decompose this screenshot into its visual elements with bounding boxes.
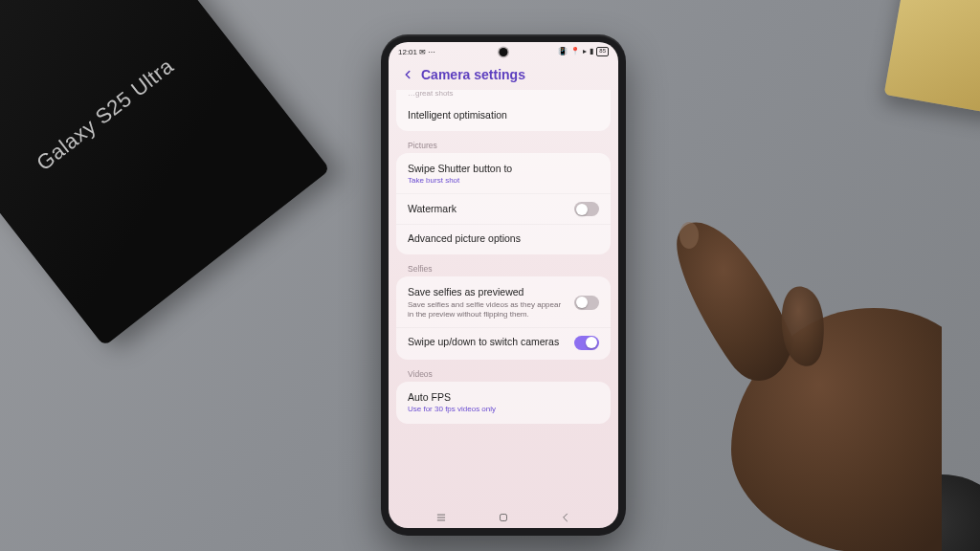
label-auto-fps: Auto FPS [408,391,599,404]
card-pictures: Swipe Shutter button to Take burst shot … [396,153,611,254]
back-button[interactable] [400,67,415,82]
location-icon: 📍 [570,47,580,55]
toggle-swipe-switch[interactable] [574,336,599,350]
row-watermark[interactable]: Watermark [396,193,611,224]
chevron-left-icon [401,68,414,81]
nav-recents[interactable] [428,511,455,524]
label-advanced-picture: Advanced picture options [408,232,599,245]
wifi-icon: ▸ [583,47,587,55]
section-pictures-label: Pictures [396,137,611,153]
nav-home[interactable] [490,511,517,524]
settings-content[interactable]: …great shots Intelligent optimisation Pi… [389,90,618,507]
phone-frame: 12:01 ✉ ⋯ 📳 📍 ▸ ▮ 85 Camera settings …gr… [381,34,626,536]
truncated-row-hint: …great shots [396,90,611,101]
phone-screen: 12:01 ✉ ⋯ 📳 📍 ▸ ▮ 85 Camera settings …gr… [389,42,618,528]
svg-point-4 [679,222,699,249]
nav-back[interactable] [552,511,579,524]
recents-icon [434,511,448,524]
status-notif-icons: ✉ ⋯ [419,48,435,56]
label-swipe-switch: Swipe up/down to switch cameras [408,336,567,348]
product-box: Galaxy S25 Ultra [0,0,330,346]
row-swipe-shutter[interactable]: Swipe Shutter button to Take burst shot [396,155,611,193]
row-swipe-switch-cameras[interactable]: Swipe up/down to switch cameras [396,327,611,358]
row-save-selfies-previewed[interactable]: Save selfies as previewed Save selfies a… [396,278,611,326]
battery-icon: 85 [596,47,609,56]
label-swipe-shutter: Swipe Shutter button to [408,163,599,175]
row-auto-fps[interactable]: Auto FPS Use for 30 fps videos only [396,384,611,422]
card-general: …great shots Intelligent optimisation [396,90,611,131]
prop-bottom-right [875,474,980,551]
product-box-label: Galaxy S25 Ultra [32,54,178,176]
label-watermark: Watermark [408,203,567,215]
row-intelligent-optimisation[interactable]: Intelligent optimisation [396,101,611,129]
svg-rect-3 [500,515,506,521]
desc-save-selfies: Save selfies and selfie videos as they a… [408,300,567,320]
section-videos-label: Videos [396,365,611,382]
prop-top-right [884,0,980,114]
vibrate-icon: 📳 [558,47,568,55]
signal-icon: ▮ [590,47,593,55]
status-time: 12:01 [398,48,417,56]
row-advanced-picture[interactable]: Advanced picture options [396,224,611,253]
back-icon [559,511,572,524]
home-icon [497,511,510,524]
card-selfies: Save selfies as previewed Save selfies a… [396,276,611,359]
value-swipe-shutter: Take burst shot [408,176,599,186]
value-auto-fps: Use for 30 fps videos only [408,405,599,414]
toggle-watermark[interactable] [574,202,599,216]
label-intelligent-opt: Intelligent optimisation [408,109,599,121]
toggle-save-selfies[interactable] [574,296,599,310]
card-videos: Auto FPS Use for 30 fps videos only [396,382,611,424]
page-title: Camera settings [421,67,525,82]
android-navbar [389,507,618,528]
camera-hole [500,48,508,56]
label-save-selfies: Save selfies as previewed [408,286,567,298]
settings-header: Camera settings [389,61,618,90]
section-selfies-label: Selfies [396,260,611,276]
